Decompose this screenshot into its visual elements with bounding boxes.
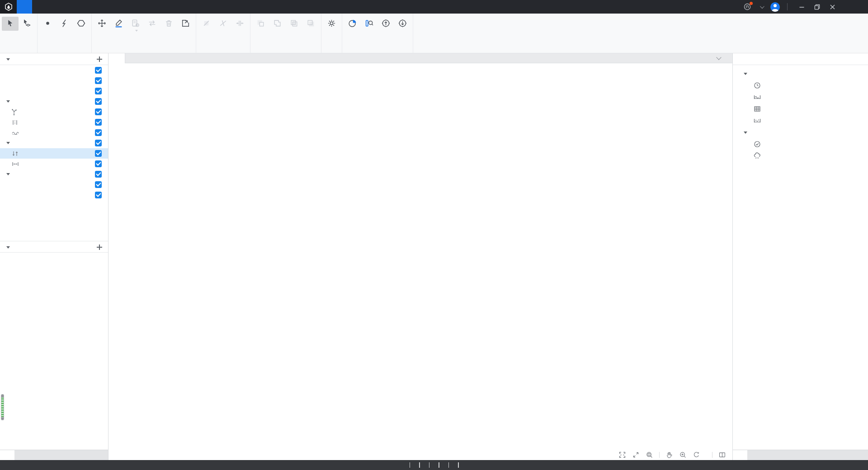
layer-row-lines[interactable] [0,75,108,86]
layer-visible-checkbox[interactable] [95,67,102,74]
layer-visible-checkbox[interactable] [95,192,102,198]
point-tool-button[interactable] [39,17,56,31]
move-button[interactable] [94,17,110,31]
add-layer-button[interactable] [96,56,103,62]
close-button[interactable] [825,0,840,14]
trace-upstream-button[interactable] [377,17,394,31]
layer-row-mesh-region[interactable] [0,179,108,190]
cursor-layer-icon [22,18,32,28]
merge-lines-button[interactable] [231,17,248,31]
to-grid-region-button[interactable] [144,17,160,31]
left-edge-slider[interactable] [1,394,4,420]
fit-extents-icon[interactable] [618,451,626,459]
tool-rainstorm-formula[interactable] [733,150,868,162]
line-tool-button[interactable] [56,17,73,31]
layer-row-points[interactable] [0,65,108,75]
tab-tools[interactable] [733,450,747,460]
titlebar-separator [787,3,788,10]
group-caret-icon[interactable] [6,173,10,175]
display-settings-button[interactable] [323,17,340,31]
delete-button[interactable] [160,17,177,31]
minimize-button[interactable] [794,0,809,14]
tool-sanity-check[interactable] [733,138,868,150]
group-caret-icon[interactable] [744,73,747,75]
move-icon [97,18,107,28]
layer-row-centerlines[interactable] [0,117,108,127]
layer-visible-checkbox[interactable] [95,108,102,115]
layer-visible-checkbox[interactable] [95,119,102,126]
layer-visible-checkbox[interactable] [95,171,102,178]
zoom-selection-icon[interactable] [632,451,640,459]
notification-button[interactable] [743,3,751,11]
zoom-window-icon[interactable] [646,451,653,459]
add-warehouse-button[interactable] [96,244,103,250]
layer-row-polygons[interactable] [0,86,108,96]
layer-visible-checkbox[interactable] [95,88,102,94]
tool-time-interpolation[interactable] [733,80,868,91]
point-break-button[interactable] [198,17,215,31]
tab-legend[interactable] [747,450,762,460]
model-canvas[interactable] [108,63,732,450]
layer-visible-checkbox[interactable] [95,160,102,167]
weight-distribution-button[interactable] [344,17,361,31]
group-caret-icon[interactable] [6,142,10,144]
layer-visible-checkbox[interactable] [95,77,102,84]
group-caret-icon[interactable] [6,100,10,103]
split-view-icon[interactable] [718,451,726,459]
ribbon-group-display [321,14,342,53]
tabbar-chevron-icon[interactable] [716,55,721,60]
layer-visible-checkbox[interactable] [95,181,102,188]
menu-tab-cloud[interactable] [47,0,63,14]
layer-visible-checkbox[interactable] [95,129,102,136]
tool-section-interpolation[interactable] [733,91,868,103]
profile-check-button[interactable] [361,17,377,31]
tab-data-source[interactable] [14,450,29,460]
layer-row-mesh-layer[interactable] [0,190,108,200]
edit-button[interactable] [110,17,127,31]
set-as-button[interactable] [127,17,144,33]
layer-row-junctions[interactable] [0,107,108,117]
zoom-in-icon[interactable] [679,451,687,459]
reset-view-icon[interactable] [693,451,700,459]
collapse-caret-icon[interactable] [6,58,10,61]
layer-visible-checkbox[interactable] [95,150,102,157]
layer-visible-checkbox[interactable] [95,98,102,105]
clip-button[interactable] [252,17,269,31]
intersect-polygons-button[interactable] [286,17,302,31]
tool-scatter-grid-interpolation[interactable] [733,103,868,115]
polygon-tool-button[interactable] [73,17,90,31]
pan-hand-icon[interactable] [665,451,673,459]
import-button[interactable] [177,17,194,31]
collapse-caret-icon[interactable] [6,246,10,249]
menu-tab-edit[interactable] [17,0,32,14]
layer-row-lateral-coupling[interactable] [0,159,108,169]
subtract-polygons-button[interactable] [302,17,319,31]
trace-downstream-button[interactable] [394,17,411,31]
tab-model-editor[interactable] [108,53,125,63]
org-dropdown-chevron-icon[interactable] [760,4,764,9]
layer-group-2d-terrain[interactable] [0,169,108,179]
group-caret-icon[interactable] [744,132,747,134]
layer-row-cross-sections[interactable] [0,127,108,138]
select-tool-button[interactable] [2,17,19,31]
menu-tab-simulate[interactable] [32,0,47,14]
layer-row-updown-coupling[interactable] [0,148,108,159]
trace-up-icon [381,18,391,28]
user-avatar[interactable] [770,2,780,12]
current-layer-select-button[interactable] [19,17,35,31]
layer-visible-checkbox[interactable] [95,140,102,146]
layer-group-coupling[interactable] [0,138,108,148]
set-as-icon [131,18,140,28]
app-logo[interactable] [0,0,17,14]
layer-group-1d-hydro[interactable] [0,96,108,107]
tool-scatter-section-shape[interactable] [733,115,868,127]
tool-group-interpolation[interactable] [733,68,868,80]
tab-data-warehouse[interactable] [0,450,14,460]
tool-group-data-processing[interactable] [733,127,868,138]
point-icon [43,18,52,28]
merge-polygons-button[interactable] [269,17,286,31]
model-scene[interactable] [108,63,732,450]
restore-button[interactable] [809,0,825,14]
intersect-break-button[interactable] [215,17,231,31]
minimize-icon [799,4,805,10]
